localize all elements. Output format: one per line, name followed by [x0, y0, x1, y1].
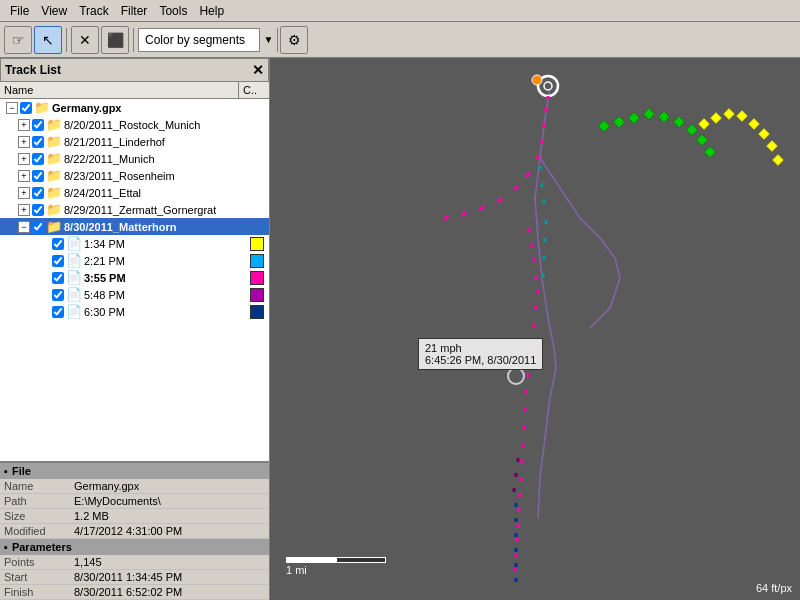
t1-checkbox[interactable] [32, 119, 44, 131]
main-container: Track List ✕ Name C.. − 📁 Germany.gpx + [0, 58, 800, 600]
t2-toggle[interactable]: + [18, 136, 30, 148]
start-value: 8/30/2011 1:34:45 PM [74, 571, 265, 583]
colorby-settings-button[interactable]: ⚙ [280, 26, 308, 54]
seg1-color [250, 254, 264, 268]
colorby-label: Color by segments [139, 31, 259, 49]
svg-rect-60 [704, 146, 715, 157]
file-modified-value: 4/17/2012 4:31:00 PM [74, 525, 265, 537]
file-path-label: Path [4, 495, 74, 507]
svg-rect-63 [723, 108, 734, 119]
t3-folder-icon: 📁 [46, 151, 62, 166]
svg-rect-59 [696, 134, 707, 145]
file-size-label: Size [4, 510, 74, 522]
left-panel: Track List ✕ Name C.. − 📁 Germany.gpx + [0, 58, 270, 600]
list-item[interactable]: + 📁 8/29/2011_Zermatt_Gornergrat [0, 201, 269, 218]
params-section-body: Points 1,145 Start 8/30/2011 1:34:45 PM … [0, 555, 269, 600]
list-item[interactable]: + 📁 8/20/2011_Rostock_Munich [0, 116, 269, 133]
list-item[interactable]: 📄 3:55 PM [0, 269, 269, 286]
t4-checkbox[interactable] [32, 170, 44, 182]
tree-root[interactable]: − 📁 Germany.gpx [0, 99, 269, 116]
menu-help[interactable]: Help [193, 2, 230, 20]
list-item[interactable]: + 📁 8/21/2011_Linderhof [0, 133, 269, 150]
tracklist-close-button[interactable]: ✕ [252, 63, 264, 77]
t4-folder-icon: 📁 [46, 168, 62, 183]
svg-rect-66 [758, 128, 769, 139]
seg3-time: 5:48 PM [84, 289, 125, 301]
list-item[interactable]: − 📁 8/30/2011_Matterhorn [0, 218, 269, 235]
menubar: File View Track Filter Tools Help [0, 0, 800, 22]
seg0-checkbox[interactable] [52, 238, 64, 250]
info-row: Modified 4/17/2012 4:31:00 PM [0, 524, 269, 539]
col-name-header: Name [0, 82, 239, 98]
pan-tool-button[interactable]: ☞ [4, 26, 32, 54]
params-section-header[interactable]: ▪ Parameters [0, 539, 269, 555]
seg3-color [250, 288, 264, 302]
list-item[interactable]: 📄 6:30 PM [0, 303, 269, 320]
svg-rect-53 [613, 116, 624, 127]
menu-tools[interactable]: Tools [153, 2, 193, 20]
t4-toggle[interactable]: + [18, 170, 30, 182]
track-tree[interactable]: − 📁 Germany.gpx + 📁 8/20/2011_Rostock_Mu… [0, 99, 269, 462]
t5-toggle[interactable]: + [18, 187, 30, 199]
seg2-color [250, 271, 264, 285]
list-item[interactable]: 📄 1:34 PM [0, 235, 269, 252]
map-area[interactable]: 21 mph 6:45:26 PM, 8/30/2011 1 mi 64 ft/… [270, 58, 800, 600]
seg2-icon: 📄 [66, 270, 82, 285]
list-item[interactable]: + 📁 8/24/2011_Ettal [0, 184, 269, 201]
menu-file[interactable]: File [4, 2, 35, 20]
file-section-toggle: ▪ [4, 465, 8, 477]
t7-checkbox[interactable] [32, 221, 44, 233]
t2-checkbox[interactable] [32, 136, 44, 148]
root-checkbox[interactable] [20, 102, 32, 114]
t6-checkbox[interactable] [32, 204, 44, 216]
scale-segment-black [336, 557, 386, 563]
t7-toggle[interactable]: − [18, 221, 30, 233]
info-row: Points 1,145 [0, 555, 269, 570]
list-item[interactable]: 📄 5:48 PM [0, 286, 269, 303]
menu-view[interactable]: View [35, 2, 73, 20]
file-section-header[interactable]: ▪ File [0, 463, 269, 479]
info-row: Path E:\MyDocuments\ [0, 494, 269, 509]
t6-toggle[interactable]: + [18, 204, 30, 216]
seg4-checkbox[interactable] [52, 306, 64, 318]
menu-filter[interactable]: Filter [115, 2, 154, 20]
svg-line-8 [526, 173, 530, 177]
colorby-arrow[interactable]: ▼ [259, 28, 277, 52]
seg2-checkbox[interactable] [52, 272, 64, 284]
t1-toggle[interactable]: + [18, 119, 30, 131]
svg-rect-52 [598, 120, 609, 131]
seg3-checkbox[interactable] [52, 289, 64, 301]
t6-folder-icon: 📁 [46, 202, 62, 217]
file-section-label: File [12, 465, 31, 477]
t4-label: 8/23/2011_Rosenheim [64, 170, 175, 182]
svg-rect-65 [748, 118, 759, 129]
seg1-checkbox[interactable] [52, 255, 64, 267]
seg1-icon: 📄 [66, 253, 82, 268]
tracks-svg [270, 58, 800, 600]
t5-folder-icon: 📁 [46, 185, 62, 200]
points-label: Points [4, 556, 74, 568]
root-toggle[interactable]: − [6, 102, 18, 114]
forward-button[interactable]: ⬛ [101, 26, 129, 54]
scale-bar: 1 mi [286, 557, 386, 576]
t3-checkbox[interactable] [32, 153, 44, 165]
info-row: Finish 8/30/2011 6:52:02 PM [0, 585, 269, 600]
t7-label: 8/30/2011_Matterhorn [64, 221, 177, 233]
select-tool-button[interactable]: ↖ [34, 26, 62, 54]
menu-track[interactable]: Track [73, 2, 115, 20]
list-item[interactable]: + 📁 8/22/2011_Munich [0, 150, 269, 167]
seg0-icon: 📄 [66, 236, 82, 251]
tracklist-columns: Name C.. [0, 82, 269, 99]
seg3-icon: 📄 [66, 287, 82, 302]
list-item[interactable]: 📄 2:21 PM [0, 252, 269, 269]
t3-toggle[interactable]: + [18, 153, 30, 165]
svg-rect-61 [698, 118, 709, 129]
colorby-dropdown[interactable]: Color by segments ▼ [138, 28, 278, 52]
file-path-value: E:\MyDocuments\ [74, 495, 265, 507]
t5-checkbox[interactable] [32, 187, 44, 199]
start-label: Start [4, 571, 74, 583]
back-button[interactable]: ✕ [71, 26, 99, 54]
list-item[interactable]: + 📁 8/23/2011_Rosenheim [0, 167, 269, 184]
seg1-time: 2:21 PM [84, 255, 125, 267]
t2-folder-icon: 📁 [46, 134, 62, 149]
